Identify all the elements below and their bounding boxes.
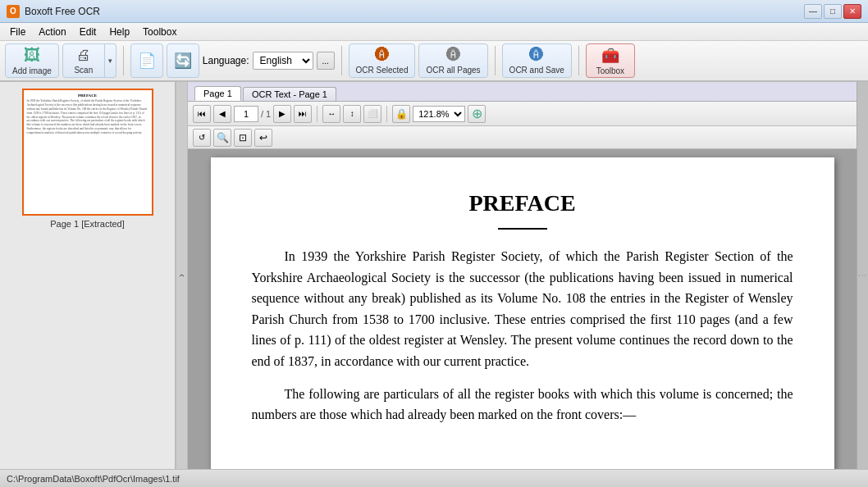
thumbnail-item: PREFACE In 1939 the Yorkshire Parish Reg… (22, 89, 153, 229)
page-total: / 1 (261, 109, 271, 119)
ocr-all-pages-label: OCR all Pages (426, 66, 480, 75)
right-scroll-indicator: ⋮ (857, 82, 868, 469)
language-group: Language: English French German ... (203, 52, 335, 70)
zoom-lock-icon: 🔒 (392, 105, 410, 123)
separator-4 (578, 46, 579, 75)
window-title: Boxoft Free OCR (25, 6, 804, 17)
nav-sep-1 (317, 106, 318, 122)
nav-toolbar: ⏮ ◀ / 1 ▶ ⏭ ↔ ↕ ⬜ 🔒 121.8% 50% 75% 100% … (188, 102, 857, 126)
thumb-preface: PREFACE (27, 93, 148, 98)
page-icon: 📄 (138, 52, 156, 70)
ocr-save-icon: 🅐 (529, 47, 544, 64)
scan-group: 🖨 Scan ▼ (62, 43, 116, 78)
ocr-save-button[interactable]: 🅐 OCR and Save (502, 43, 572, 78)
first-page-button[interactable]: ⏮ (193, 105, 211, 123)
maximize-button[interactable]: □ (824, 4, 842, 19)
crop-button[interactable]: ⊡ (234, 129, 252, 147)
last-page-button[interactable]: ⏭ (294, 105, 312, 123)
toolbox-icon: 🧰 (601, 47, 619, 65)
close-button[interactable]: ✕ (843, 4, 861, 19)
fit-width-button[interactable]: ↔ (322, 105, 340, 123)
zoom-area-button[interactable]: 🔍 (213, 129, 231, 147)
status-path: C:\ProgramData\Boxoft\PdfOcr\Images\1.ti… (7, 474, 180, 484)
page-title: PREFACE (252, 190, 793, 216)
separator-2 (341, 46, 342, 75)
page-number-input[interactable] (234, 106, 258, 122)
page-document: PREFACE In 1939 the Yorkshire Parish Reg… (211, 157, 834, 469)
tab-ocr-text[interactable]: OCR Text - Page 1 (243, 87, 336, 101)
thumbnail-panel: PREFACE In 1939 the Yorkshire Parish Reg… (0, 82, 176, 469)
ocr-selected-button[interactable]: 🅐 OCR Selected (349, 43, 416, 78)
page-rule (498, 228, 547, 230)
sidebar-collapse-button[interactable]: ‹ (176, 82, 188, 469)
menu-edit[interactable]: Edit (73, 25, 103, 39)
menu-toolbox[interactable]: Toolbox (136, 25, 183, 39)
minimize-button[interactable]: — (804, 4, 822, 19)
nav-toolbar-2: ↺ 🔍 ⊡ ↩ (188, 126, 857, 149)
toolbox-label: Toolbox (596, 66, 624, 75)
scan-icon: 🖨 (76, 47, 91, 64)
actual-size-button[interactable]: ⬜ (363, 105, 381, 123)
language-select[interactable]: English French German (253, 52, 313, 70)
rotate-button[interactable]: ↩ (254, 129, 272, 147)
title-bar: O Boxoft Free OCR — □ ✕ (0, 0, 868, 23)
main-layout: PREFACE In 1939 the Yorkshire Parish Reg… (0, 82, 868, 469)
ocr-selected-icon: 🅐 (375, 47, 390, 64)
status-bar: C:\ProgramData\Boxoft\PdfOcr\Images\1.ti… (0, 469, 868, 487)
tab-page1[interactable]: Page 1 (194, 86, 241, 101)
menu-action[interactable]: Action (32, 25, 72, 39)
next-page-button[interactable]: ▶ (273, 105, 291, 123)
fit-height-button[interactable]: ↕ (343, 105, 361, 123)
menu-bar: File Action Edit Help Toolbox (0, 23, 868, 41)
paragraph-1: In 1939 the Yorkshire Parish Register So… (252, 246, 793, 372)
prev-page-button[interactable]: ◀ (213, 105, 231, 123)
language-more-button[interactable]: ... (317, 52, 335, 70)
page-content: PREFACE In 1939 the Yorkshire Parish Reg… (188, 149, 857, 469)
language-label: Language: (203, 55, 249, 66)
add-image-icon: 🖼 (24, 46, 40, 65)
separator-3 (495, 46, 496, 75)
document-area: Page 1 OCR Text - Page 1 ⏮ ◀ / 1 ▶ ⏭ ↔ ↕… (188, 82, 857, 469)
zoom-select[interactable]: 121.8% 50% 75% 100% 150% 200% (413, 106, 465, 122)
toolbox-button[interactable]: 🧰 Toolbox (586, 43, 635, 78)
scan-dropdown-arrow[interactable]: ▼ (105, 43, 116, 78)
thumb-text: In 1939 the Yorkshire Parish Register So… (27, 99, 148, 135)
thumbnail-label: Page 1 [Extracted] (50, 219, 125, 229)
menu-file[interactable]: File (3, 25, 32, 39)
separator-1 (123, 46, 124, 75)
thumbnail-frame[interactable]: PREFACE In 1939 the Yorkshire Parish Reg… (22, 89, 153, 216)
scan-button[interactable]: 🖨 Scan (62, 43, 105, 78)
add-image-label: Add image (12, 66, 52, 75)
scroll-icon: ⋮ (858, 271, 867, 280)
add-image-button[interactable]: 🖼 Add image (5, 43, 59, 78)
toolbar: 🖼 Add image 🖨 Scan ▼ 📄 🔄 Language: Engli… (0, 41, 868, 82)
doc-tabs: Page 1 OCR Text - Page 1 (188, 82, 857, 102)
page-view-button[interactable]: 📄 (130, 43, 163, 78)
app-icon: O (7, 5, 20, 18)
ocr-save-label: OCR and Save (509, 66, 564, 75)
refresh-page-button[interactable]: ↺ (193, 129, 211, 147)
page-body: In 1939 the Yorkshire Parish Register So… (252, 246, 793, 426)
window-controls: — □ ✕ (804, 4, 861, 19)
ocr-all-pages-button[interactable]: 🅐 OCR all Pages (418, 43, 487, 78)
scan-label: Scan (74, 66, 93, 75)
ocr-all-icon: 🅐 (446, 47, 461, 64)
zoom-plus-button[interactable]: ⊕ (468, 105, 486, 123)
ocr-selected-label: OCR Selected (356, 66, 409, 75)
refresh-button[interactable]: 🔄 (167, 43, 199, 78)
paragraph-2: The following are particulars of all the… (252, 384, 793, 426)
nav-sep-2 (386, 106, 387, 122)
refresh-icon: 🔄 (174, 52, 192, 70)
menu-help[interactable]: Help (103, 25, 136, 39)
